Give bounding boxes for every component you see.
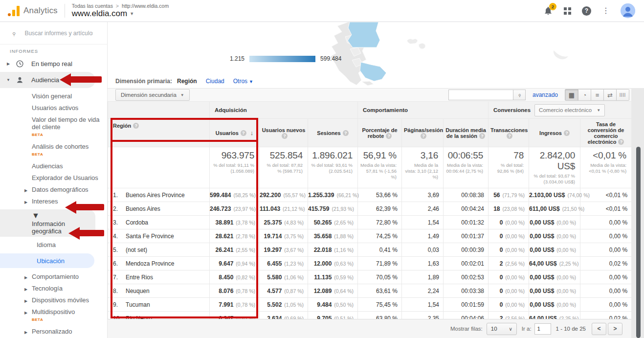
column-header-sessions[interactable]: Sesiones?: [308, 119, 358, 147]
help-icon[interactable]: ?: [564, 130, 570, 136]
pivot-view-icon[interactable]: llll: [616, 90, 629, 100]
sidebar-item-technology[interactable]: ▶ Tecnología: [0, 285, 107, 292]
table-footer: Mostrar filas: 10 ∨ Ir a: 1 - 10 de 25 <…: [108, 319, 631, 338]
sidebar-item-overview[interactable]: Visión general: [0, 92, 107, 100]
sidebar-item-mobile[interactable]: ▶ Dispositivos móviles: [0, 296, 107, 304]
kebab-menu-button[interactable]: ⋮: [602, 7, 610, 15]
help-icon[interactable]: ?: [282, 133, 288, 139]
table-row[interactable]: 3.Cordoba 38.891(3,78 %) 25.375(4,83 %) …: [108, 216, 632, 229]
comparison-view-icon[interactable]: ⇄: [603, 90, 616, 100]
dimension-other[interactable]: Otros▼: [233, 78, 253, 85]
chevron-right-icon: ▶: [24, 274, 27, 281]
avatar[interactable]: [621, 3, 635, 18]
column-header-bounce[interactable]: Porcentaje de rebote?: [358, 119, 402, 147]
cell-bounce: 0,41 %: [358, 243, 402, 257]
advanced-link[interactable]: avanzado: [533, 91, 558, 98]
column-header-new-users[interactable]: Usuarios nuevos?: [260, 119, 308, 147]
cell-new-users: 19.297(3,67 %): [260, 243, 308, 257]
vertical-scrollbar[interactable]: [636, 147, 641, 338]
row-region[interactable]: Tucuman: [126, 301, 150, 308]
sidebar-item-location[interactable]: Ubicación: [0, 253, 94, 268]
column-header-revenue[interactable]: Ingresos?: [529, 119, 580, 147]
sidebar-item-interests[interactable]: ▶ Intereses: [0, 198, 107, 205]
help-icon[interactable]: ?: [241, 130, 246, 136]
sidebar-item-user-explorer[interactable]: Explorador de Usuarios: [0, 174, 107, 181]
dimension-region[interactable]: Región: [177, 78, 197, 85]
main-content: 1.215 599.484 Dimensión primaria: Región…: [108, 22, 644, 338]
table-body: 1.Buenos Aires Province 599.484(58,25 %)…: [108, 188, 632, 325]
row-region[interactable]: (not set): [126, 247, 147, 253]
table-row[interactable]: 9.Tucuman 7.991(0,78 %) 5.502(1,05 %) 9.…: [108, 298, 632, 312]
goto-page-input[interactable]: [534, 323, 551, 335]
sidebar-item-geo[interactable]: ▼ Información geográfica: [0, 209, 95, 237]
help-button[interactable]: ?: [582, 6, 591, 16]
row-region[interactable]: Santa Fe Province: [126, 233, 174, 240]
table-row[interactable]: 8.Neuquen 8.076(0,78 %) 4.577(0,87 %) 12…: [108, 284, 632, 298]
sidebar-item-demographics[interactable]: ▶ Datos demográficos: [0, 186, 107, 193]
rows-per-page-label: Mostrar filas:: [450, 326, 483, 332]
chevron-right-icon: ▶: [24, 297, 27, 305]
apps-grid-button[interactable]: [564, 7, 571, 15]
row-region[interactable]: Buenos Aires Province: [126, 192, 185, 199]
table-row[interactable]: 5.(not set) 26.241(2,55 %) 19.297(3,67 %…: [108, 243, 632, 257]
column-header-row: Región? Usuarios?↓ Usuarios nuevos? Sesi…: [108, 119, 632, 147]
secondary-dimension-button[interactable]: Dimensión secundaria ▼: [115, 89, 190, 101]
help-icon[interactable]: ?: [386, 133, 392, 139]
breadcrumb-url[interactable]: http://www.eldia.com: [122, 3, 169, 9]
cell-sessions: 9.484(0,50 %): [308, 298, 358, 312]
notifications-button[interactable]: 2: [543, 6, 553, 16]
conversions-type-dropdown[interactable]: Comercio electrónico ▼: [534, 104, 605, 116]
search-button[interactable]: ⌕: [513, 90, 526, 100]
help-icon[interactable]: ?: [421, 133, 426, 139]
column-header-region[interactable]: Región?: [108, 119, 210, 147]
row-region[interactable]: Buenos Aires: [126, 205, 160, 212]
table-row[interactable]: 4.Santa Fe Province 28.621(2,78 %) 19.71…: [108, 229, 632, 243]
sidebar-item-audience[interactable]: ▼ Audiencia: [0, 72, 95, 88]
row-region[interactable]: Cordoba: [126, 219, 148, 226]
help-icon[interactable]: ?: [507, 133, 512, 139]
rows-per-page-select[interactable]: 10 ∨: [487, 323, 517, 335]
pagination-buttons: < >: [592, 323, 622, 335]
sidebar-item-lifetime-value[interactable]: Valor del tiempo de vida del cliente BET…: [0, 116, 107, 138]
prev-page-button[interactable]: <: [592, 323, 606, 335]
table-row[interactable]: 6.Mendoza Province 9.647(0,94 %) 6.455(1…: [108, 257, 632, 270]
sidebar-item-behavior[interactable]: ▶ Comportamiento: [0, 273, 107, 280]
next-page-button[interactable]: >: [608, 323, 622, 335]
sidebar-item-audiences[interactable]: Audiencias: [0, 162, 107, 170]
percentage-view-icon[interactable]: ◔: [578, 90, 591, 100]
column-header-duration[interactable]: Duración media de la sesión?: [444, 119, 489, 147]
help-icon[interactable]: ?: [343, 130, 349, 136]
sidebar-search[interactable]: ⌕: [0, 22, 107, 45]
dimension-city[interactable]: Ciudad: [206, 78, 224, 85]
sidebar-search-input[interactable]: [24, 30, 93, 37]
table-row[interactable]: 1.Buenos Aires Province 599.484(58,25 %)…: [108, 188, 632, 202]
sidebar-item-realtime[interactable]: ▶ En tiempo real: [0, 56, 107, 72]
analytics-logo-icon[interactable]: [8, 5, 20, 16]
table-row[interactable]: 2.Buenos Aires 246.723(23,97 %) 111.043(…: [108, 202, 632, 216]
column-header-pages[interactable]: Páginas/sesión?: [402, 119, 444, 147]
chevron-down-icon: ▼: [180, 93, 184, 97]
column-header-users[interactable]: Usuarios?↓: [210, 119, 260, 147]
help-icon[interactable]: ?: [618, 139, 624, 145]
sidebar-item-active-users[interactable]: Usuarios activos: [0, 104, 107, 112]
column-header-conv-rate[interactable]: Tasa de conversión de comercio electróni…: [580, 119, 632, 147]
sidebar-item-custom[interactable]: ▶ Personalizado: [0, 328, 107, 335]
help-icon[interactable]: ?: [133, 123, 139, 129]
performance-view-icon[interactable]: ≡: [591, 90, 603, 100]
table-view-icon[interactable]: ▦: [565, 90, 578, 100]
cell-users: 38.891(3,78 %): [210, 216, 260, 229]
row-region[interactable]: Mendoza Province: [126, 260, 174, 267]
account-switcher[interactable]: www.eldia.com ▼: [72, 9, 169, 19]
table-row[interactable]: 7.Entre Rios 8.450(0,82 %) 5.580(1,06 %)…: [108, 270, 632, 284]
sidebar-item-language[interactable]: Idioma: [0, 241, 107, 248]
sidebar-item-cohort-analysis[interactable]: Análisis de cohortes BETA: [0, 143, 107, 158]
help-icon[interactable]: ?: [479, 133, 485, 139]
table-search-input[interactable]: [448, 90, 513, 100]
sidebar-item-cross-device[interactable]: ▶ Multidispositivo BETA: [0, 308, 107, 323]
cell-users: 9.647(0,94 %): [210, 257, 260, 270]
cell-transactions: 18(23,08 %): [489, 202, 529, 216]
column-header-transactions[interactable]: Transacciones?: [489, 119, 529, 147]
row-region[interactable]: Neuquen: [126, 288, 150, 294]
breadcrumb-root[interactable]: Todas las cuentas: [72, 3, 113, 9]
row-region[interactable]: Entre Rios: [126, 274, 153, 281]
